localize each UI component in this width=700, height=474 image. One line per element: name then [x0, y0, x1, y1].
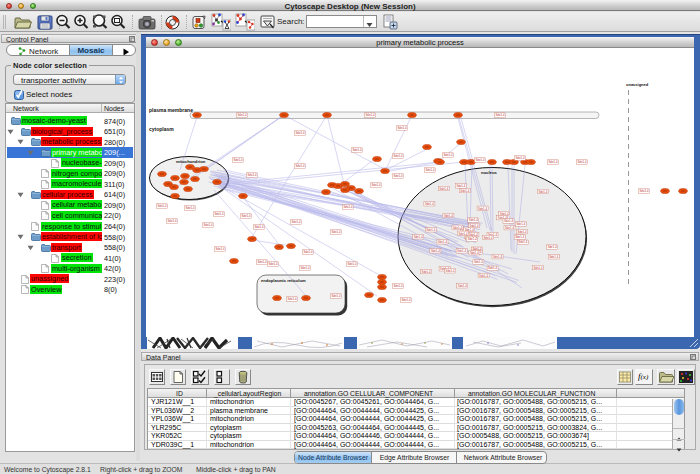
svg-text:Sde1-4: Sde1-4 — [422, 270, 431, 274]
svg-text:Sde1-4: Sde1-4 — [365, 113, 374, 117]
svg-text:Sde1-4: Sde1-4 — [438, 240, 447, 244]
svg-text:unassigned: unassigned — [626, 82, 649, 87]
svg-text:Sde1-4: Sde1-4 — [453, 226, 462, 230]
svg-text:Sde1-4: Sde1-4 — [257, 260, 266, 264]
svg-text:Sde1-4: Sde1-4 — [444, 214, 453, 218]
svg-text:Sde1-4: Sde1-4 — [247, 173, 256, 177]
svg-text:Sde1-4: Sde1-4 — [469, 218, 478, 222]
svg-text:Sde1-4: Sde1-4 — [639, 189, 648, 193]
svg-text:Sde1-4: Sde1-4 — [518, 230, 527, 234]
svg-text:Sde1-4: Sde1-4 — [352, 148, 361, 152]
svg-text:Sde1-4: Sde1-4 — [214, 212, 223, 216]
svg-text:Sde1-4: Sde1-4 — [488, 266, 497, 270]
svg-text:Sde1-4: Sde1-4 — [538, 190, 547, 194]
svg-text:Sde1-4: Sde1-4 — [495, 113, 504, 117]
svg-text:Sde1-4: Sde1-4 — [393, 284, 402, 288]
svg-text:Sde1-4: Sde1-4 — [505, 226, 514, 230]
svg-text:Sde1-4: Sde1-4 — [295, 131, 304, 135]
svg-text:Sde1-4: Sde1-4 — [295, 164, 304, 168]
svg-text:Sde1-4: Sde1-4 — [343, 205, 352, 209]
svg-text:Sde1-4: Sde1-4 — [475, 158, 484, 162]
svg-text:Sde1-4: Sde1-4 — [456, 184, 465, 188]
svg-text:Sde1-4: Sde1-4 — [518, 240, 527, 244]
svg-text:Sde1-4: Sde1-4 — [426, 228, 435, 232]
svg-text:Sde1-4: Sde1-4 — [457, 249, 466, 253]
svg-text:Sde1-4: Sde1-4 — [548, 245, 557, 249]
svg-text:Sde1-4: Sde1-4 — [241, 214, 250, 218]
svg-text:Sde1-4: Sde1-4 — [215, 247, 224, 251]
svg-text:Sde1-4: Sde1-4 — [203, 223, 212, 227]
svg-text:Sde1-4: Sde1-4 — [474, 260, 483, 264]
svg-text:Sde1-4: Sde1-4 — [393, 174, 402, 178]
svg-text:Sde1-4: Sde1-4 — [331, 294, 340, 298]
svg-text:Sde1-4: Sde1-4 — [446, 269, 455, 273]
svg-text:Sde1-4: Sde1-4 — [237, 113, 246, 117]
svg-text:Sde1-4: Sde1-4 — [493, 255, 502, 259]
svg-text:Sde1-4: Sde1-4 — [185, 206, 194, 210]
svg-text:Sde1-4: Sde1-4 — [233, 158, 242, 162]
svg-text:Sde1-4: Sde1-4 — [167, 219, 176, 223]
svg-text:Sde1-4: Sde1-4 — [516, 222, 525, 226]
svg-text:Sde1-4: Sde1-4 — [458, 232, 467, 236]
svg-text:Sde1-4: Sde1-4 — [577, 160, 586, 164]
svg-text:Sde1-4: Sde1-4 — [468, 237, 477, 241]
svg-text:Sde1-4: Sde1-4 — [331, 230, 340, 234]
svg-text:Sde1-4: Sde1-4 — [500, 212, 509, 216]
svg-text:Sde1-4: Sde1-4 — [414, 235, 423, 239]
svg-text:Sde1-4: Sde1-4 — [470, 224, 479, 228]
svg-text:Sde1-4: Sde1-4 — [548, 160, 557, 164]
svg-text:Sde1-4: Sde1-4 — [157, 204, 166, 208]
svg-text:Sde1-4: Sde1-4 — [515, 156, 524, 160]
svg-text:Sde1-4: Sde1-4 — [303, 250, 312, 254]
svg-text:Sde1-4: Sde1-4 — [300, 266, 309, 270]
svg-text:Sde1-4: Sde1-4 — [483, 236, 492, 240]
svg-text:Sde1-4: Sde1-4 — [425, 202, 434, 206]
svg-text:Sde1-4: Sde1-4 — [504, 219, 513, 223]
svg-text:Sde1-4: Sde1-4 — [397, 126, 406, 130]
svg-text:Sde1-4: Sde1-4 — [443, 153, 452, 157]
svg-text:Sde1-4: Sde1-4 — [431, 249, 440, 253]
svg-text:Sde1-4: Sde1-4 — [291, 220, 300, 224]
svg-text:Sde1-4: Sde1-4 — [470, 251, 479, 255]
svg-text:cytoplasm: cytoplasm — [149, 126, 174, 132]
svg-text:Sde1-4: Sde1-4 — [393, 154, 402, 158]
svg-text:Sde1-4: Sde1-4 — [425, 168, 434, 172]
svg-text:Sde1-4: Sde1-4 — [347, 262, 356, 266]
svg-text:nucleus: nucleus — [481, 170, 497, 175]
svg-text:Sde1-4: Sde1-4 — [287, 297, 296, 301]
svg-text:Sde1-4: Sde1-4 — [533, 266, 542, 270]
svg-text:Sde1-4: Sde1-4 — [268, 262, 277, 266]
svg-text:Sde1-4: Sde1-4 — [401, 298, 410, 302]
svg-text:Sde1-4: Sde1-4 — [371, 183, 380, 187]
svg-text:Sde1-4: Sde1-4 — [254, 225, 263, 229]
svg-text:Sde1-4: Sde1-4 — [515, 235, 524, 239]
svg-text:plasma membrane: plasma membrane — [149, 107, 193, 113]
svg-text:Sde1-4: Sde1-4 — [549, 255, 558, 259]
svg-text:Sde1-4: Sde1-4 — [460, 189, 469, 193]
svg-text:Sde1-4: Sde1-4 — [439, 187, 448, 191]
svg-text:Sde1-4: Sde1-4 — [478, 207, 487, 211]
svg-text:endoplasmic reticulum: endoplasmic reticulum — [261, 278, 306, 283]
svg-text:Sde1-4: Sde1-4 — [479, 274, 488, 278]
svg-text:Sde1-4: Sde1-4 — [458, 284, 467, 288]
svg-text:mitochondrion: mitochondrion — [176, 159, 206, 164]
